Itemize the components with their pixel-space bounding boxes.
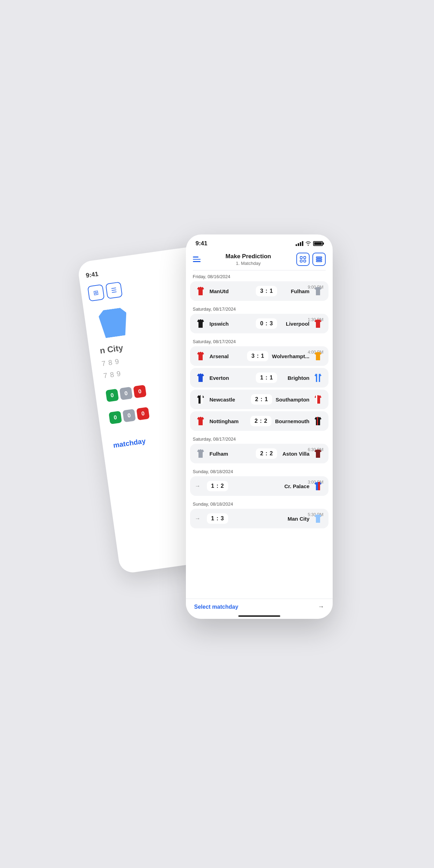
match-arrow: → [195,483,201,489]
scene: 9:41 ⊞ ☰ n City 7 8 9 7 8 9 0 0 0 [109,217,326,651]
home-team-name: Arsenal [210,353,244,359]
score-box: 2 : 1 [251,394,272,405]
score-away: 1 [260,353,265,359]
select-matchday-button[interactable]: Select matchday [194,604,238,610]
score-home: 1 [210,515,215,522]
date-header-sat1: Saturday, 08/17/2024 [190,303,328,314]
score-home: 2 [254,396,259,403]
match-row: Nottingham 2 : 2 Bournemouth [195,415,324,427]
svg-rect-7 [317,374,319,382]
home-team-name: Newcastle [210,397,247,403]
svg-rect-3 [304,260,306,262]
date-header-sun2: Sunday, 08/18/2024 [190,498,328,509]
bottom-bar: Select matchday → [186,599,333,619]
home-team-name: Nottingham [210,418,247,424]
bg-badge-red: 0 [133,385,146,398]
bg-shirt [98,307,129,339]
bg-badge2-red: 0 [136,407,149,420]
away-team-name: Man City [288,516,310,522]
team-right: Bournemouth [275,415,323,427]
score-away: 2 [269,450,274,457]
header-title-area: Make Prediction 1. Matchday [201,253,296,266]
score-home: 3 [251,353,255,359]
bournemouth-shirt [312,415,324,427]
score-home: 3 [259,288,264,294]
match-card-nottingham-bournemouth[interactable]: Nottingham 2 : 2 Bournemouth [190,411,328,431]
score-away: 3 [269,320,274,327]
team-right: Liverpool [281,318,323,329]
score-away: 2 [220,483,225,489]
away-team-name: Wolverhampt... [272,353,309,359]
hamburger-button[interactable] [193,256,201,262]
score-box: 2 : 2 [256,448,277,459]
svg-rect-5 [316,259,322,260]
list-view-button[interactable] [312,253,326,266]
home-team-name: Everton [210,375,252,381]
score-away: 1 [269,288,274,294]
match-card-everton-brighton[interactable]: Everton 1 : 1 Brighton [190,368,328,388]
home-team-name: Fulham [210,451,252,457]
southampton-shirt [312,394,324,405]
status-icons [296,241,323,247]
team-right: Fulham [281,285,323,297]
score-box: 1 : 2 [207,481,228,491]
svg-rect-9 [316,395,317,404]
score-home: 2 [259,450,264,457]
match-card-x-crystalpalace[interactable]: 3:00 PM → 1 : 2 Cr. Palace [190,476,328,496]
status-bar: 9:41 [186,234,333,250]
match-card-fulham-astonvilla[interactable]: 6:30 PM Fulham 2 : 2 Aston Villa [190,444,328,463]
phone-card: 9:41 [186,234,333,619]
crystalpalace-shirt [312,480,324,492]
score-away: 3 [220,515,225,522]
bg-grid-icon: ⊞ [87,284,104,302]
score-away: 1 [269,375,274,381]
grid-view-button[interactable] [296,253,310,266]
away-team-name: Cr. Palace [284,483,310,489]
match-card-x-mancity[interactable]: 5:30 PM → 1 : 3 Man City [190,509,328,528]
match-arrow: → [195,515,201,522]
date-header-sun1: Sunday, 08/18/2024 [190,465,328,476]
score-home: 2 [254,418,259,424]
liverpool-shirt [312,318,324,329]
header-actions [296,253,326,266]
status-time: 9:41 [196,240,208,247]
date-header-sat2: Saturday, 08/17/2024 [190,335,328,346]
home-indicator [238,615,280,617]
team-right: Aston Villa [281,448,323,459]
match-card-arsenal-wolves[interactable]: 4:00 PM Arsenal 3 : 1 Wolverhampt... [190,346,328,366]
team-right: Wolverhampt... [272,350,323,362]
astonvilla-shirt [312,448,324,459]
arsenal-shirt [195,350,206,362]
matches-scroll[interactable]: Friday, 08/16/2024 9:00 PM ManUtd 3 : 1 [186,270,333,592]
match-card-newcastle-southampton[interactable]: Newcastle 2 : 1 Southampton [190,390,328,409]
bg-badge2-green: 0 [108,411,122,424]
home-team-name: ManUtd [210,288,252,294]
battery-icon [313,241,323,246]
signal-icon [296,241,303,246]
wifi-icon [305,241,311,247]
date-header-friday: Friday, 08/16/2024 [190,270,328,281]
score-box: 3 : 1 [247,351,268,361]
match-row: Arsenal 3 : 1 Wolverhampt... [195,350,324,362]
svg-rect-1 [304,256,306,259]
match-row: → 1 : 2 Cr. Palace [195,480,324,492]
header-main-title: Make Prediction [201,253,296,260]
manutd-shirt [195,285,206,297]
svg-rect-11 [318,482,320,490]
brighton-shirt [312,372,324,383]
team-right: Southampton [276,394,324,405]
score-away: 2 [263,418,268,424]
score-away: 1 [264,396,269,403]
bottom-arrow: → [318,603,324,610]
fulham2-shirt [195,448,206,459]
score-home: 1 [259,375,264,381]
team-right: Brighton [281,372,323,383]
date-header-sat3: Saturday, 08/17/2024 [190,433,328,444]
bg-badge-green: 0 [105,389,118,402]
bg-badge-gray: 0 [119,387,132,400]
away-team-name: Aston Villa [282,451,309,457]
match-card-ipswich-liverpool[interactable]: 1:30 PM Ipswich 0 : 3 Liverpool [190,314,328,333]
header-sub-title: 1. Matchday [201,261,296,266]
match-card-manutd-fulham[interactable]: 9:00 PM ManUtd 3 : 1 Fulham [190,281,328,301]
app-header: Make Prediction 1. Matchday [186,250,333,270]
